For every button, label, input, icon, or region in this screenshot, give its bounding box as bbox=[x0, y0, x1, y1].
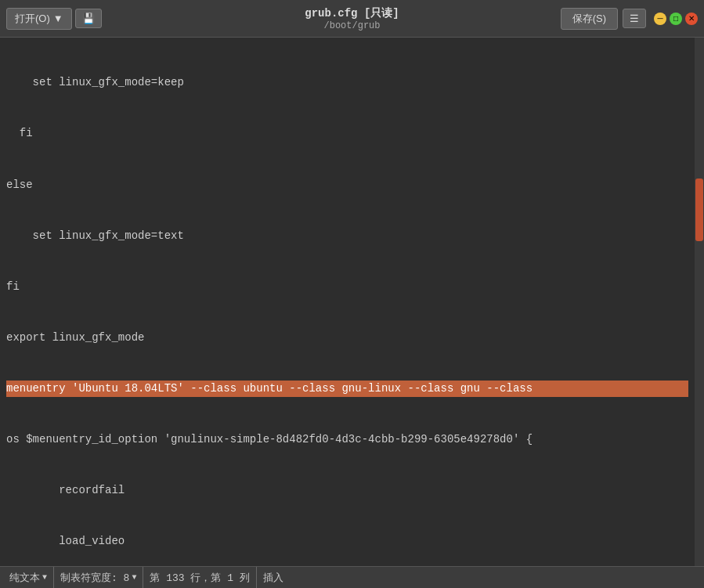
title-center: grub.cfg [只读] /boot/grub bbox=[305, 6, 399, 31]
position-label: 第 133 行，第 1 列 bbox=[150, 571, 249, 585]
close-button[interactable]: ✕ bbox=[685, 13, 698, 25]
tabwidth-label: 制表符宽度: 8 bbox=[60, 571, 129, 585]
position-item: 第 133 行，第 1 列 bbox=[143, 567, 256, 588]
line-5: fi bbox=[6, 279, 688, 296]
save-icon-button[interactable]: 💾 bbox=[75, 9, 102, 28]
line-1: set linux_gfx_mode=keep bbox=[6, 74, 688, 92]
open-label: 打开(O) bbox=[15, 12, 50, 26]
menu-hamburger-button[interactable]: ☰ bbox=[623, 9, 646, 28]
filetype-label: 纯文本 bbox=[9, 571, 40, 585]
line-8: os $menuentry_id_option 'gnulinux-simple… bbox=[6, 431, 688, 449]
insert-mode-item: 插入 bbox=[257, 567, 290, 588]
editor-content[interactable]: set linux_gfx_mode=keep fi else set linu… bbox=[0, 38, 695, 566]
filetype-item[interactable]: 纯文本 ▼ bbox=[9, 567, 54, 588]
tabwidth-arrow-icon: ▼ bbox=[132, 573, 136, 582]
title-bar: 打开(O) ▼ 💾 grub.cfg [只读] /boot/grub 保存(S)… bbox=[0, 0, 704, 38]
maximize-button[interactable]: □ bbox=[670, 13, 682, 25]
title-bar-left: 打开(O) ▼ 💾 bbox=[6, 8, 102, 30]
window-controls: ─ □ ✕ bbox=[654, 13, 698, 25]
dropdown-arrow-icon: ▼ bbox=[53, 13, 63, 24]
insert-label: 插入 bbox=[263, 571, 283, 585]
line-10: load_video bbox=[6, 533, 688, 550]
filetype-dropdown[interactable]: 纯文本 ▼ bbox=[9, 571, 47, 585]
tabwidth-dropdown[interactable]: 制表符宽度: 8 ▼ bbox=[60, 571, 136, 585]
line-4: set linux_gfx_mode=text bbox=[6, 228, 688, 245]
scrollbar[interactable] bbox=[695, 38, 704, 566]
title-bar-right: 保存(S) ☰ ─ □ ✕ bbox=[561, 8, 698, 30]
open-menu-button[interactable]: 打开(O) ▼ bbox=[6, 8, 72, 30]
window-subtitle: /boot/grub bbox=[305, 20, 399, 31]
status-bar: 纯文本 ▼ 制表符宽度: 8 ▼ 第 133 行，第 1 列 插入 bbox=[0, 566, 704, 588]
line-3: else bbox=[6, 177, 688, 194]
line-7: menuentry 'Ubuntu 18.04LTS' --class ubun… bbox=[6, 381, 688, 398]
tabwidth-item[interactable]: 制表符宽度: 8 ▼ bbox=[54, 567, 143, 588]
window-title: grub.cfg [只读] bbox=[305, 6, 399, 20]
filetype-arrow-icon: ▼ bbox=[42, 573, 47, 582]
code-lines: set linux_gfx_mode=keep fi else set linu… bbox=[0, 41, 695, 566]
line-9: recordfail bbox=[6, 482, 688, 500]
line-6: export linux_gfx_mode bbox=[6, 330, 688, 347]
editor-container: set linux_gfx_mode=keep fi else set linu… bbox=[0, 38, 704, 566]
scrollbar-thumb[interactable] bbox=[695, 179, 703, 241]
save-button[interactable]: 保存(S) bbox=[561, 8, 618, 30]
line-2: fi bbox=[6, 125, 688, 142]
minimize-button[interactable]: ─ bbox=[654, 13, 666, 25]
